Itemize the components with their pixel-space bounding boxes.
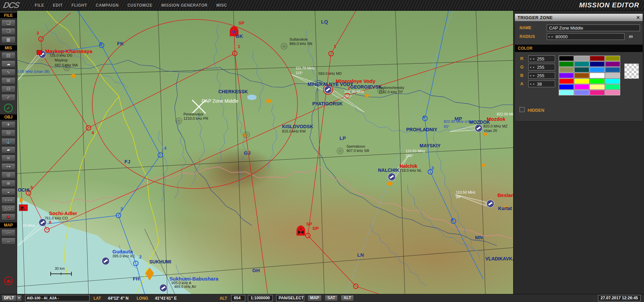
palette-swatch-19[interactable] [605,79,620,84]
mission-check-icon[interactable]: ✓ [1,94,15,101]
zone-name-input[interactable] [547,24,640,31]
palette-swatch-1[interactable] [574,56,589,61]
channel-stepper-g[interactable]: ◂▸255 [528,64,555,70]
palette-swatch-3[interactable] [605,56,620,61]
spin-left-icon[interactable]: ◂ [529,57,532,60]
dialog-header[interactable]: TRIGGER ZONE ✕ [515,14,643,21]
triggers-icon[interactable]: ∿ [1,69,15,76]
spin-right-icon[interactable]: ▸ [532,57,536,60]
spin-left-icon[interactable]: ◂ [529,82,532,86]
delete-icon[interactable]: ✖ [1,213,15,220]
dome-icon[interactable]: ◒ [1,188,15,195]
key-icon[interactable]: ○– [1,229,15,236]
menu-item-edit[interactable]: EDIT [49,1,67,10]
palette-swatch-2[interactable] [590,56,605,61]
menu-item-misc[interactable]: MISC [212,1,231,10]
vehicle-icon[interactable]: ▰ [1,146,15,153]
menu-item-mission-generator[interactable]: MISSION GENERATOR [157,1,212,10]
palette-swatch-13[interactable] [574,73,589,78]
point-icon[interactable]: ⊶ [1,163,15,170]
layer-button-map[interactable]: MAP [308,295,322,301]
palette-swatch-20[interactable] [559,84,574,90]
palette-swatch-7[interactable] [605,61,620,67]
exit-editor-icon[interactable]: ⏏ [4,276,13,285]
new-mission-icon[interactable]: ❏ [1,19,15,27]
palette-swatch-26[interactable] [590,90,605,95]
map-label: 2 [139,255,142,259]
mode-indicator[interactable]: PAN/SELECT [276,295,304,301]
menu-item-flight[interactable]: FLIGHT [67,1,91,10]
map-label: 236° [406,154,413,158]
layer-button-alt[interactable]: ALT [341,295,354,301]
spin-right-icon[interactable]: ▸ [532,82,536,86]
close-icon[interactable]: ✕ [636,15,640,20]
palette-swatch-8[interactable] [559,67,574,72]
palette-swatch-22[interactable] [590,84,605,90]
shapes-icon[interactable]: △◇□ [1,205,15,212]
palette-swatch-21[interactable] [574,84,589,90]
palette-swatch-18[interactable] [590,79,605,84]
map-label: 6.00 MHz (chan 38) [17,70,50,73]
channel-stepper-b[interactable]: ◂▸255 [528,72,555,79]
menu-item-customize[interactable]: CUSTOMIZE [123,1,157,10]
palette-swatch-6[interactable] [590,61,605,67]
map-label: GK [235,34,243,39]
measure-distance-icon[interactable]: ↔ [1,238,15,245]
spin-right-icon[interactable]: ▸ [532,65,536,69]
radius-stepper[interactable]: ◂ ▸ 80000 [547,33,625,40]
palette-swatch-4[interactable] [559,61,574,67]
ship-icon[interactable]: ⚓ [1,138,15,145]
template-icon[interactable]: ≋ [1,155,15,162]
helicopter-icon[interactable]: Ⓗ [1,130,15,137]
palette-swatch-14[interactable] [590,73,605,78]
palette-swatch-23[interactable] [605,84,620,90]
menu-item-campaign[interactable]: CAMPAIGN [91,1,123,10]
palette-swatch-15[interactable] [605,73,620,78]
validate-check-icon[interactable]: ✓ [4,104,13,112]
spin-left-icon[interactable]: ◂ [547,35,551,38]
map-label: PROHLADNIY [406,127,437,132]
goals-icon[interactable]: ⊟ [1,86,15,93]
palette-swatch-11[interactable] [605,67,620,72]
palette-swatch-24[interactable] [559,90,574,95]
chevron-down-icon[interactable]: ▼ [16,295,22,301]
airplane-icon[interactable]: ✈ [1,121,15,128]
long-value: 41°41'41'' E [155,296,177,301]
spin-left-icon[interactable]: ◂ [529,74,532,77]
map-label: 3 [120,207,123,211]
trigger-zone-icon[interactable]: ◎ [1,171,15,179]
channel-stepper-a[interactable]: ◂▸38 [528,81,555,87]
map-label: CHERKESSK [218,89,248,94]
spin-right-icon[interactable]: ▸ [551,35,554,38]
profile-dropdown[interactable]: DFLT ▼ [2,295,22,301]
palette-swatch-17[interactable] [574,79,589,84]
channel-stepper-r[interactable]: ◂▸255 [528,55,555,62]
mission-options-icon[interactable]: ⊞ [1,77,15,84]
lat-label: LAT [94,296,101,301]
palette-swatch-25[interactable] [574,90,589,95]
mission-filename[interactable]: AID-100 - AI_A2A - Demonstration.miz [25,295,90,301]
palette-swatch-10[interactable] [590,67,605,72]
map-canvas[interactable]: WA Maykop-KhanskayaMineralnye VodyNalchi… [17,11,513,294]
palette-swatch-16[interactable] [559,79,574,84]
map-label: Sultanskoe [289,38,308,41]
toolbar-section-mis: MIS [0,45,17,51]
map-scale[interactable]: 1:1000000 [248,295,272,301]
spin-left-icon[interactable]: ◂ [529,65,532,69]
spin-right-icon[interactable]: ▸ [532,74,536,77]
palette-swatch-0[interactable] [559,56,574,61]
palette-swatch-27[interactable] [605,90,620,95]
profile-value[interactable]: DFLT [2,295,16,301]
open-mission-icon[interactable]: ❒ [1,28,15,35]
palette-swatch-12[interactable] [559,73,574,78]
circle-x-icon[interactable]: ⊗ [1,180,15,187]
palette-swatch-5[interactable] [574,61,589,67]
linked-circles-icon[interactable]: ∘∘∘ [1,197,15,204]
menu-item-file[interactable]: FILE [31,1,49,10]
palette-swatch-9[interactable] [574,67,589,72]
save-mission-icon[interactable]: ▦ [1,36,15,43]
layer-button-sat[interactable]: SAT [325,295,338,301]
briefing-icon[interactable]: ▤ [1,52,15,59]
weather-icon[interactable]: ☁ [1,60,15,67]
hidden-checkbox[interactable] [520,107,525,112]
